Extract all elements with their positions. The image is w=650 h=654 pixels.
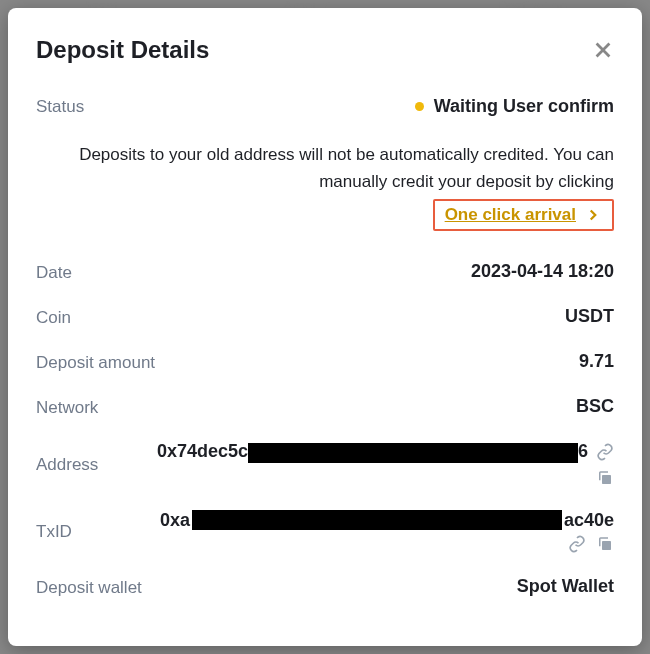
- network-label: Network: [36, 396, 98, 418]
- address-label: Address: [36, 453, 98, 475]
- coin-value: USDT: [565, 306, 614, 327]
- txid-redacted: [192, 510, 562, 530]
- amount-value: 9.71: [579, 351, 614, 372]
- link-icon: [596, 443, 614, 461]
- amount-label: Deposit amount: [36, 351, 155, 373]
- date-label: Date: [36, 261, 72, 283]
- one-click-arrival-box: One click arrival: [433, 199, 614, 231]
- wallet-row: Deposit wallet Spot Wallet: [36, 576, 614, 598]
- amount-row: Deposit amount 9.71: [36, 351, 614, 373]
- wallet-label: Deposit wallet: [36, 576, 142, 598]
- network-value: BSC: [576, 396, 614, 417]
- txid-label: TxID: [36, 520, 72, 542]
- svg-rect-3: [602, 541, 611, 550]
- copy-icon: [596, 469, 614, 487]
- notice-block: Deposits to your old address will not be…: [36, 141, 614, 231]
- txid-suffix: ac40e: [564, 510, 614, 531]
- status-label: Status: [36, 97, 84, 117]
- link-icon: [568, 535, 586, 553]
- notice-text: Deposits to your old address will not be…: [36, 141, 614, 195]
- coin-row: Coin USDT: [36, 306, 614, 328]
- network-row: Network BSC: [36, 396, 614, 418]
- deposit-details-modal: Deposit Details Status Waiting User conf…: [8, 8, 642, 646]
- txid-prefix: 0xa: [160, 510, 190, 531]
- address-value-block: 0x74dec5c6: [157, 441, 614, 486]
- close-button[interactable]: [592, 39, 614, 61]
- address-suffix: 6: [578, 441, 588, 461]
- address-copy-button[interactable]: [596, 469, 614, 487]
- address-prefix: 0x74dec5c: [157, 441, 248, 461]
- copy-icon: [596, 535, 614, 553]
- txid-copy-button[interactable]: [596, 535, 614, 553]
- close-icon: [592, 39, 614, 61]
- wallet-value: Spot Wallet: [517, 576, 614, 597]
- one-click-arrival-link[interactable]: One click arrival: [445, 205, 576, 225]
- date-value: 2023-04-14 18:20: [471, 261, 614, 282]
- modal-title: Deposit Details: [36, 36, 209, 64]
- status-text: Waiting User confirm: [434, 96, 614, 117]
- coin-label: Coin: [36, 306, 71, 328]
- status-value: Waiting User confirm: [415, 96, 614, 117]
- svg-rect-2: [602, 475, 611, 484]
- address-row: Address 0x74dec5c6: [36, 441, 614, 486]
- chevron-right-icon: [584, 206, 602, 224]
- address-redacted: [248, 443, 578, 463]
- modal-header: Deposit Details: [36, 36, 614, 64]
- txid-row: TxID 0xaac40e: [36, 510, 614, 553]
- date-row: Date 2023-04-14 18:20: [36, 261, 614, 283]
- txid-value-block: 0xaac40e: [160, 510, 614, 553]
- txid-link-button[interactable]: [568, 535, 586, 553]
- status-dot-icon: [415, 102, 424, 111]
- status-row: Status Waiting User confirm: [36, 96, 614, 117]
- address-link-button[interactable]: [596, 443, 614, 461]
- detail-rows: Date 2023-04-14 18:20 Coin USDT Deposit …: [36, 261, 614, 597]
